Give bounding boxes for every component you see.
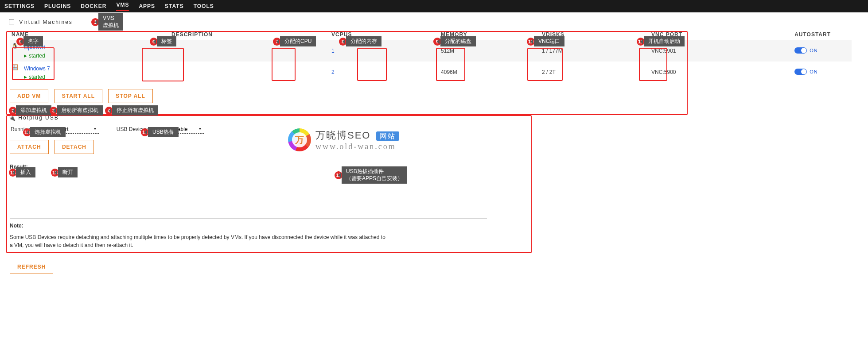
annotation-10: 10VNC端口 [527,36,564,46]
note-body: Some USB Devices require detaching and a… [10,233,386,249]
autostart-toggle[interactable]: ON [794,47,818,54]
windows-icon: 🪟 [12,64,21,74]
annotation-label: 标签 [157,36,176,46]
toggle-switch-icon [794,47,807,54]
section-hotplug-usb: 🔌 Hotplug USB [9,115,868,121]
vcpu-link[interactable]: 1 [331,48,335,54]
annotation-11: 11开机自动启动 [637,36,685,46]
cell-mem: 4096M [439,62,540,83]
annotation-label: 启动所有虚拟机 [57,105,103,116]
vm-status: started [24,53,168,59]
detach-button[interactable]: DETACH [54,140,94,154]
nav-vms[interactable]: VMS [116,2,129,11]
nav-apps[interactable]: APPS [139,3,155,9]
annotation-3: 3启动所有虚拟机 [50,105,103,116]
annotation-15: 15插入 [9,167,35,177]
toggle-label: ON [810,48,818,53]
annotation-label: 停止所有虚拟机 [112,105,158,116]
autostart-toggle[interactable]: ON [794,69,818,75]
add-vm-button[interactable]: ADD VM [10,89,48,103]
annotation-label: 断开 [58,167,78,177]
annotation-label: VNC端口 [534,36,564,46]
vm-table: NAMEDESCRIPTIONVCPUSMEMORYVDISKSVNC PORT… [10,29,852,83]
annotation-16: 16断开 [51,167,78,177]
annotation-label: 分配的磁盘 [440,36,476,46]
refresh-button[interactable]: REFRESH [10,260,53,274]
nav-docker[interactable]: DOCKER [81,3,106,9]
nav-settings[interactable]: SETTINGS [4,3,35,9]
usb-icon: 🔌 [9,115,13,119]
toggle-switch-icon [794,69,807,75]
table-row: 🪟Windows 7started24096M2 / 2TVNC:5900ON [10,62,852,83]
annotation-label: 分配的CPU [280,36,316,46]
annotation-label: 名字 [23,36,43,46]
window-icon [9,19,14,24]
annotation-label: 分配的内存 [346,36,381,46]
annotation-5: 5名字 [16,36,43,46]
vm-status: started [24,74,168,80]
annotation-2: 2添加虚拟机 [9,105,51,116]
cell-cpus: 2 [330,62,439,83]
start-all-button[interactable]: START ALL [54,89,102,103]
cell-vnc: VNC:5900 [650,62,793,83]
annotation-7: 7分配的CPU [273,36,316,46]
nav-plugins[interactable]: PLUGINS [44,3,71,9]
annotation-label: 添加虚拟机 [16,105,51,116]
attach-button[interactable]: ATTACH [10,140,49,154]
section-virtual-machines: Virtual Machines [9,19,868,25]
cell-vdisks: 2 / 2T [540,62,650,83]
top-nav: SETTINGSPLUGINSDOCKERVMSAPPSSTATSTOOLS [0,0,868,12]
note-title: Note: [10,223,868,229]
annotation-13: 13选择虚拟机 [23,127,66,137]
section-title: Virtual Machines [19,19,73,25]
annotation-14: 14USB热备 [141,127,179,137]
cell-desc [170,62,330,83]
annotation-6: 6标签 [150,36,176,46]
annotation-label: 开机自动启动 [644,36,685,46]
toggle-label: ON [810,69,818,74]
section-title: Hotplug USB [18,115,58,121]
annotation-9: 9分配的磁盘 [433,36,476,46]
annotation-4: 4停止所有虚拟机 [105,105,158,116]
annotation-label: USB热备 [148,127,179,137]
divider [10,219,487,219]
annotation-label: USB热拔插插件（需要APPS自己安装） [342,166,407,184]
stop-all-button[interactable]: STOP ALL [108,89,152,103]
annotation-1: 1VMS虚拟机 [91,13,123,31]
vm-name-link[interactable]: Windows 7 [24,66,50,72]
annotation-label: 选择虚拟机 [30,127,66,137]
annotation-label: 插入 [16,167,35,177]
vcpu-link[interactable]: 2 [331,69,335,75]
result-label: Result: [10,164,868,170]
table-row: 🐧OpenWrtstarted1512M1 / 177MVNC:5901ON [10,40,852,62]
nav-stats[interactable]: STATS [165,3,184,9]
annotation-label: VMS虚拟机 [98,13,123,31]
annotation-12: 12USB热拔插插件（需要APPS自己安装） [335,166,407,184]
nav-tools[interactable]: TOOLS [194,3,214,9]
col-header-auto: AUTOSTART [793,29,852,40]
annotation-8: 8分配的内存 [339,36,381,46]
